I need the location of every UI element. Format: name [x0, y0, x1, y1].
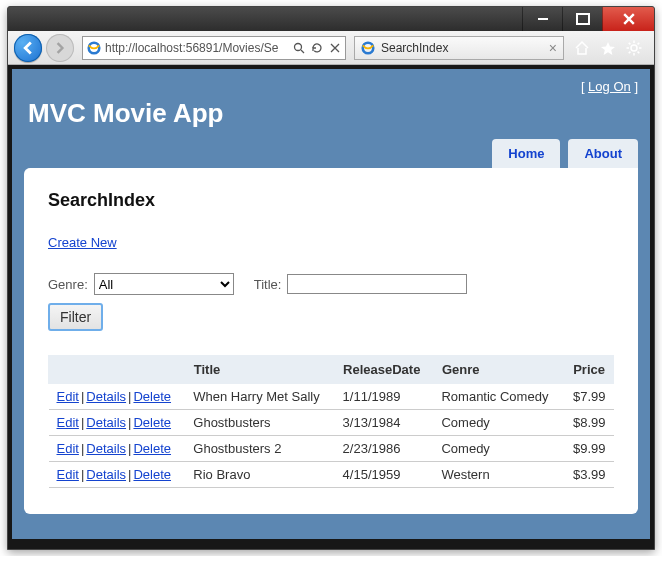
cell-price: $9.99 — [562, 436, 613, 462]
filter-button[interactable]: Filter — [48, 303, 103, 331]
cell-title: When Harry Met Sally — [185, 384, 334, 410]
stop-icon[interactable] — [329, 42, 341, 54]
cell-genre: Romantic Comedy — [433, 384, 562, 410]
create-new-link[interactable]: Create New — [48, 235, 117, 250]
app-title: MVC Movie App — [28, 98, 638, 129]
ie-icon — [87, 41, 101, 55]
close-icon — [623, 13, 635, 25]
row-actions: Edit|Details|Delete — [49, 384, 186, 410]
delete-link[interactable]: Delete — [133, 467, 171, 482]
row-actions: Edit|Details|Delete — [49, 410, 186, 436]
home-icon[interactable] — [574, 40, 590, 56]
nav-about[interactable]: About — [568, 139, 638, 168]
refresh-icon[interactable] — [311, 42, 323, 54]
svg-line-12 — [638, 42, 640, 44]
tab-close-button[interactable]: × — [549, 41, 557, 55]
nav-home[interactable]: Home — [492, 139, 560, 168]
cell-release: 2/23/1986 — [335, 436, 434, 462]
cell-genre: Comedy — [433, 436, 562, 462]
window-close-button[interactable] — [602, 7, 654, 31]
window-maximize-button[interactable] — [562, 7, 602, 31]
col-genre: Genre — [433, 356, 562, 384]
delete-link[interactable]: Delete — [133, 441, 171, 456]
edit-link[interactable]: Edit — [57, 467, 79, 482]
row-actions: Edit|Details|Delete — [49, 436, 186, 462]
col-release: ReleaseDate — [335, 356, 434, 384]
content-panel: SearchIndex Create New Genre: All Title:… — [24, 168, 638, 514]
title-input[interactable] — [287, 274, 467, 294]
search-icon[interactable] — [293, 42, 305, 54]
col-price: Price — [562, 356, 613, 384]
page-body: [ Log On ] MVC Movie App Home About Sear… — [12, 69, 650, 539]
cell-title: Ghostbusters 2 — [185, 436, 334, 462]
nav-back-button[interactable] — [14, 34, 42, 62]
nav-forward-button[interactable] — [46, 34, 74, 62]
details-link[interactable]: Details — [86, 441, 126, 456]
tools-icon[interactable] — [626, 40, 642, 56]
svg-point-1 — [295, 43, 302, 50]
table-row: Edit|Details|DeleteGhostbusters3/13/1984… — [49, 410, 614, 436]
logon-link[interactable]: Log On — [588, 79, 631, 94]
row-actions: Edit|Details|Delete — [49, 462, 186, 488]
browser-tab[interactable]: SearchIndex × — [354, 36, 564, 60]
cell-price: $3.99 — [562, 462, 613, 488]
svg-line-11 — [629, 51, 631, 53]
details-link[interactable]: Details — [86, 389, 126, 404]
details-link[interactable]: Details — [86, 415, 126, 430]
arrow-right-icon — [54, 42, 66, 54]
arrow-left-icon — [21, 41, 35, 55]
cell-title: Ghostbusters — [185, 410, 334, 436]
window-titlebar — [8, 7, 654, 31]
details-link[interactable]: Details — [86, 467, 126, 482]
cell-release: 1/11/1989 — [335, 384, 434, 410]
favorites-icon[interactable] — [600, 40, 616, 56]
col-title: Title — [185, 356, 334, 384]
cell-release: 3/13/1984 — [335, 410, 434, 436]
url-input[interactable] — [105, 41, 289, 55]
cell-title: Rio Bravo — [185, 462, 334, 488]
edit-link[interactable]: Edit — [57, 389, 79, 404]
delete-link[interactable]: Delete — [133, 389, 171, 404]
browser-toolbar-right — [568, 40, 648, 56]
cell-price: $7.99 — [562, 384, 613, 410]
table-row: Edit|Details|DeleteGhostbusters 22/23/19… — [49, 436, 614, 462]
svg-line-10 — [638, 51, 640, 53]
logon-area: [ Log On ] — [24, 79, 638, 94]
address-bar[interactable] — [82, 36, 346, 60]
svg-line-9 — [629, 42, 631, 44]
table-row: Edit|Details|DeleteRio Bravo4/15/1959Wes… — [49, 462, 614, 488]
browser-toolbar: SearchIndex × — [8, 31, 654, 65]
svg-line-2 — [301, 50, 304, 53]
cell-release: 4/15/1959 — [335, 462, 434, 488]
genre-label: Genre: — [48, 277, 88, 292]
delete-link[interactable]: Delete — [133, 415, 171, 430]
genre-select[interactable]: All — [94, 273, 234, 295]
edit-link[interactable]: Edit — [57, 415, 79, 430]
svg-point-4 — [631, 45, 637, 51]
cell-genre: Comedy — [433, 410, 562, 436]
page-heading: SearchIndex — [48, 190, 614, 211]
col-actions — [49, 356, 186, 384]
ie-icon — [361, 41, 375, 55]
address-bar-icons — [293, 42, 341, 54]
cell-price: $8.99 — [562, 410, 613, 436]
search-form-row: Genre: All Title: — [48, 273, 614, 295]
table-row: Edit|Details|DeleteWhen Harry Met Sally1… — [49, 384, 614, 410]
movies-table: Title ReleaseDate Genre Price Edit|Detai… — [48, 355, 614, 488]
title-label: Title: — [254, 277, 282, 292]
cell-genre: Western — [433, 462, 562, 488]
tab-title: SearchIndex — [381, 41, 448, 55]
main-nav: Home About — [24, 139, 638, 168]
viewport: [ Log On ] MVC Movie App Home About Sear… — [8, 65, 654, 549]
browser-window: SearchIndex × [ Log On ] MVC Movie App H… — [7, 6, 655, 550]
window-minimize-button[interactable] — [522, 7, 562, 31]
edit-link[interactable]: Edit — [57, 441, 79, 456]
